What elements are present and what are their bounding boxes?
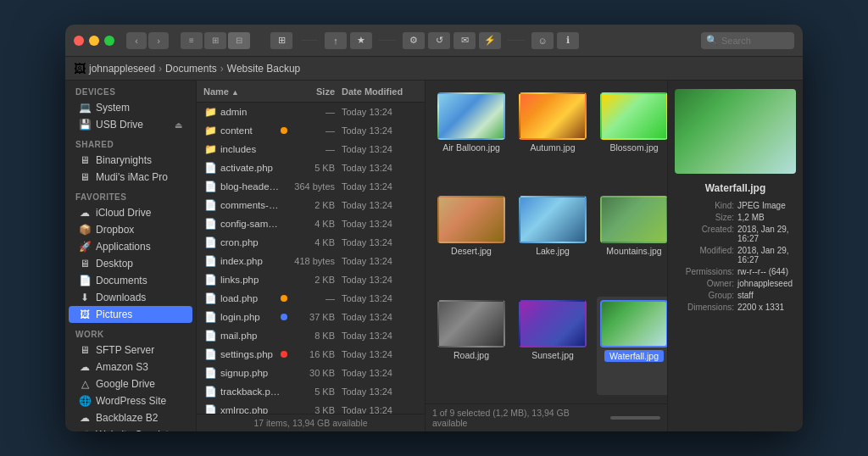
sidebar-item-sftp[interactable]: 🖥 SFTP Server <box>69 342 192 359</box>
file-row[interactable]: 📁 content — Today 13:24 <box>197 121 425 140</box>
forward-button[interactable]: › <box>148 32 169 49</box>
mail-button[interactable]: ✉ <box>453 32 476 49</box>
file-row[interactable]: 📁 admin — Today 13:24 <box>197 103 425 121</box>
sidebar-item-desktop[interactable]: 🖥 Desktop <box>69 255 192 272</box>
sidebar-item-icloud[interactable]: ☁ iCloud Drive <box>69 204 192 221</box>
col-name-header[interactable]: Name ▲ <box>203 86 291 97</box>
meta-created: Created: 2018, Jan 29, 16:27 <box>675 225 796 243</box>
file-modified: Today 13:24 <box>342 200 418 210</box>
gallery-item-desert[interactable]: Desert.jpg <box>434 192 509 289</box>
file-size: 5 KB <box>291 386 342 397</box>
file-row[interactable]: 📄 signup.php 30 KB Today 13:24 <box>197 364 425 382</box>
sidebar-item-imac[interactable]: 🖥 Mudi's iMac Pro <box>69 169 192 186</box>
file-name: load.php <box>220 293 281 303</box>
file-name: blog-header.php <box>220 181 281 192</box>
refresh-button[interactable]: ↺ <box>428 32 450 49</box>
file-row[interactable]: 📄 index.php 418 bytes Today 13:24 <box>197 252 425 270</box>
file-modified: Today 13:24 <box>342 275 418 285</box>
star-button[interactable]: ★ <box>350 32 372 49</box>
search-icon: 🔍 <box>706 35 718 46</box>
back-button[interactable]: ‹ <box>126 32 147 49</box>
sidebar-item-usb[interactable]: 💾 USB Drive ⏏ <box>69 116 192 133</box>
icon-view-button[interactable]: ⊞ <box>204 32 226 49</box>
gallery-item-mountains[interactable]: Mountains.jpg <box>597 192 667 289</box>
file-row[interactable]: 📄 settings.php 16 KB Today 13:24 <box>197 345 425 364</box>
file-name: activate.php <box>220 163 281 173</box>
file-row[interactable]: 📄 blog-header.php 364 bytes Today 13:24 <box>197 177 425 196</box>
arrange-button[interactable]: ⊞ <box>270 32 292 49</box>
meta-kind-value: JPEG Image <box>737 201 796 210</box>
path-part-2[interactable]: Documents <box>165 63 217 75</box>
file-row[interactable]: 📄 xmlrpc.php 3 KB Today 13:24 <box>197 401 425 414</box>
meta-kind: Kind: JPEG Image <box>675 201 796 210</box>
maximize-button[interactable] <box>104 36 114 46</box>
php-icon: 📄 <box>203 180 217 193</box>
sidebar-item-system[interactable]: 💻 System <box>69 99 192 116</box>
path-sep-2: › <box>220 63 224 75</box>
face-button[interactable]: ☺ <box>531 32 554 49</box>
php-icon: 📄 <box>203 366 217 380</box>
sidebar-item-dropbox[interactable]: 📦 Dropbox <box>69 221 192 238</box>
gallery-item-road[interactable]: Road.jpg <box>434 297 509 395</box>
col-size-header[interactable]: Size <box>291 86 342 97</box>
applications-icon: 🚀 <box>79 241 91 253</box>
sidebar-item-s3[interactable]: ☁ Amazon S3 <box>69 359 192 375</box>
file-row[interactable]: 📄 config-sample.php 4 KB Today 13:24 <box>197 214 425 233</box>
toolbar-actions: ↑ ★ ⚙ ↺ ✉ ⚡ ☺ ℹ <box>298 32 579 49</box>
thumbnail-lake <box>519 196 587 243</box>
sidebar-item-binarynights[interactable]: 🖥 Binarynights <box>69 152 192 169</box>
path-part-3[interactable]: Website Backup <box>227 63 301 75</box>
minimize-button[interactable] <box>89 36 99 46</box>
meta-dimensions: Dimensions: 2200 x 1331 <box>675 303 796 312</box>
search-input[interactable] <box>721 36 789 46</box>
file-row[interactable]: 📄 cron.php 4 KB Today 13:24 <box>197 233 425 252</box>
gallery-label: Waterfall.jpg <box>604 350 664 362</box>
gallery-item-sunset[interactable]: Sunset.jpg <box>515 297 590 395</box>
sidebar-item-pictures[interactable]: 🖼 Pictures <box>69 306 192 323</box>
gallery-item-waterfall[interactable]: Waterfall.jpg <box>597 297 667 395</box>
sidebar-item-synclet[interactable]: ↺ Website Synclet <box>69 426 192 431</box>
file-modified: Today 13:24 <box>342 293 418 303</box>
zoom-slider[interactable] <box>610 416 660 420</box>
gallery-item-lake[interactable]: Lake.jpg <box>515 192 590 289</box>
meta-size: Size: 1,2 MB <box>675 213 796 222</box>
gallery-label: Sunset.jpg <box>531 350 574 360</box>
file-size: 3 KB <box>291 405 342 414</box>
info-button[interactable]: ℹ <box>557 32 579 49</box>
file-row[interactable]: 📄 comments-post.php 2 KB Today 13:24 <box>197 196 425 214</box>
file-name: content <box>220 125 281 136</box>
file-row[interactable]: 📁 includes — Today 13:24 <box>197 140 425 158</box>
col-modified-header[interactable]: Date Modified <box>342 86 418 97</box>
sidebar-item-backblaze[interactable]: ☁ Backblaze B2 <box>69 409 192 426</box>
main-content: Devices 💻 System 💾 USB Drive ⏏ Shared 🖥 … <box>65 81 803 431</box>
gallery-item-balloon[interactable]: Air Balloon.jpg <box>434 89 509 186</box>
file-row[interactable]: 📄 login.php 37 KB Today 13:24 <box>197 308 425 326</box>
file-row[interactable]: 📄 mail.php 8 KB Today 13:24 <box>197 326 425 345</box>
path-part-1[interactable]: johnappleseed <box>89 63 155 75</box>
list-view-button[interactable]: ≡ <box>181 32 203 49</box>
gallery-item-autumn[interactable]: Autumn.jpg <box>515 89 590 186</box>
s3-icon: ☁ <box>79 361 91 373</box>
gallery-view-button[interactable]: ⊟ <box>228 32 250 49</box>
php-icon: 📄 <box>203 310 217 324</box>
sidebar-item-downloads[interactable]: ⬇ Downloads <box>69 289 192 306</box>
close-button[interactable] <box>74 36 84 46</box>
status-dot <box>281 370 287 376</box>
tag-button[interactable]: ⚡ <box>479 32 501 49</box>
gallery-item-blossom[interactable]: Blossom.jpg <box>597 89 667 186</box>
search-bar[interactable]: 🔍 <box>701 32 794 49</box>
file-modified: Today 13:24 <box>342 386 418 397</box>
meta-dimensions-label: Dimensions: <box>675 303 734 312</box>
file-row[interactable]: 📄 activate.php 5 KB Today 13:24 <box>197 158 425 177</box>
file-row[interactable]: 📄 load.php — Today 13:24 <box>197 289 425 308</box>
gear-button[interactable]: ⚙ <box>403 32 425 49</box>
file-row[interactable]: 📄 links.php 2 KB Today 13:24 <box>197 270 425 289</box>
share-button[interactable]: ↑ <box>325 32 347 49</box>
file-row[interactable]: 📄 trackback.php 5 KB Today 13:24 <box>197 382 425 401</box>
sidebar-item-wordpress[interactable]: 🌐 WordPress Site <box>69 392 192 409</box>
sidebar-item-applications[interactable]: 🚀 Applications <box>69 238 192 255</box>
sidebar-item-gdrive[interactable]: △ Google Drive <box>69 375 192 392</box>
sidebar-item-documents[interactable]: 📄 Documents <box>69 272 192 289</box>
sidebar-label-gdrive: Google Drive <box>96 378 155 390</box>
status-dot <box>281 220 287 227</box>
